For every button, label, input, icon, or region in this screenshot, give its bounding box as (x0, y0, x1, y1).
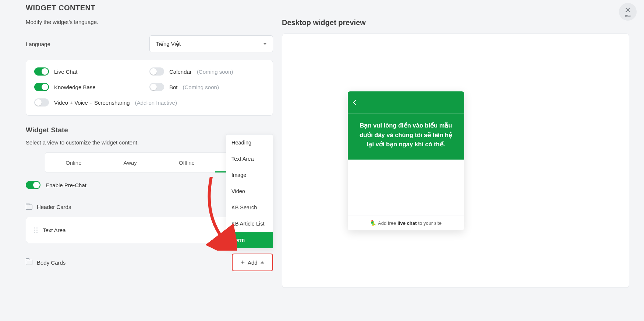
feature-calendar-note: (Coming soon) (197, 69, 233, 75)
header-cards-title: Header Cards (37, 204, 71, 210)
toggle-enable-prechat[interactable] (26, 181, 40, 189)
footer-pre: Add free (378, 220, 396, 226)
feature-kb-label: Knowledge Base (54, 84, 96, 90)
toggle-calendar[interactable] (149, 67, 164, 76)
dd-item-text-area[interactable]: Text Area (226, 151, 273, 167)
toggle-video-voice[interactable] (34, 98, 49, 107)
add-button-label: Add (248, 259, 258, 266)
add-button[interactable]: + Add (232, 254, 273, 271)
chevron-down-icon (263, 43, 267, 45)
feature-card: Live Chat Calendar (Coming soon) Knowled… (26, 60, 273, 116)
body-cards-title: Body Cards (37, 259, 66, 266)
tab-away[interactable]: Away (102, 153, 159, 172)
close-button[interactable]: ✕ esc (619, 3, 637, 21)
plus-icon: + (241, 259, 245, 266)
back-icon[interactable] (353, 100, 358, 105)
preview-title: Desktop widget preview (282, 18, 629, 27)
dd-item-image[interactable]: Image (226, 167, 273, 183)
section-subtitle: Modify the widget's language. (26, 19, 273, 25)
widget-body (348, 160, 464, 216)
toggle-bot[interactable] (149, 83, 164, 91)
feature-bot-label: Bot (169, 84, 178, 90)
dd-item-kb-search[interactable]: KB Search (226, 199, 273, 216)
chevron-up-icon (261, 261, 264, 264)
folder-icon (26, 205, 32, 210)
close-icon: ✕ (624, 6, 631, 14)
enable-prechat-label: Enable Pre-Chat (46, 182, 86, 188)
toggle-live-chat[interactable] (34, 67, 49, 76)
section-title: WIDGET CONTENT (26, 4, 273, 12)
header-card-item-label: Text Area (43, 227, 66, 233)
language-value: Tiếng Việt (156, 41, 181, 47)
preview-panel: Bạn vui lòng điền vào biểu mẫu dưới đây … (282, 34, 629, 288)
dd-item-video[interactable]: Video (226, 183, 273, 199)
feature-video-label: Video + Voice + Screensharing (54, 100, 130, 106)
language-select[interactable]: Tiếng Việt (149, 35, 273, 52)
parrot-icon: 🦜 (370, 220, 376, 226)
dd-item-heading[interactable]: Heading (226, 135, 273, 151)
widget-state-title: Widget State (26, 126, 273, 134)
dd-item-form[interactable]: Form (226, 232, 273, 248)
widget-preview: Bạn vui lòng điền vào biểu mẫu dưới đây … (348, 91, 464, 230)
language-label: Language (26, 41, 149, 47)
feature-bot-note: (Coming soon) (183, 84, 219, 90)
add-dropdown: Heading Text Area Image Video KB Search … (226, 134, 273, 248)
widget-header (348, 91, 464, 114)
tab-online[interactable]: Online (45, 153, 102, 172)
tab-offline[interactable]: Offline (159, 153, 215, 172)
close-esc-label: esc (625, 14, 631, 18)
feature-live-chat-label: Live Chat (54, 69, 77, 75)
feature-video-note: (Add-on Inactive) (135, 100, 177, 106)
feature-calendar-label: Calendar (169, 69, 192, 75)
footer-bold: live chat (397, 220, 417, 226)
dd-item-kb-article-list[interactable]: KB Article List (226, 216, 273, 232)
toggle-knowledge-base[interactable] (34, 83, 49, 91)
widget-message: Bạn vui lòng điền vào biểu mẫu dưới đây … (348, 114, 464, 160)
drag-handle-icon[interactable] (34, 227, 38, 233)
widget-footer[interactable]: 🦜 Add free live chat to your site (348, 216, 464, 230)
folder-icon (26, 260, 32, 265)
footer-post: to your site (418, 220, 442, 226)
